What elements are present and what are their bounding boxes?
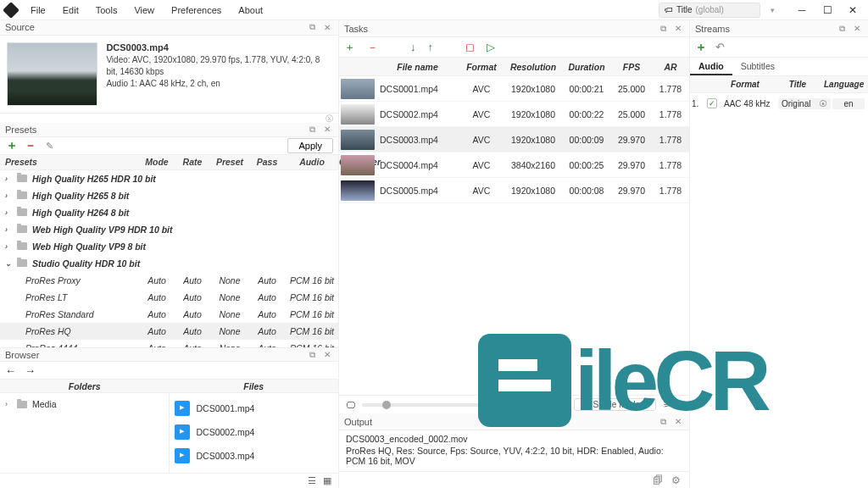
minimize-button[interactable]: ─ bbox=[792, 4, 812, 16]
col-preset-name: Presets bbox=[0, 157, 139, 167]
popout-icon[interactable]: ⧉ bbox=[306, 350, 318, 360]
popout-icon[interactable]: ⧉ bbox=[657, 417, 669, 427]
folder-name: Media bbox=[32, 399, 57, 409]
stream-language[interactable]: en bbox=[832, 98, 865, 109]
tag-icon: 🏷 bbox=[665, 6, 673, 14]
stream-checkbox[interactable]: ✓ bbox=[707, 98, 717, 108]
preset-row[interactable]: ProRes StandardAutoAutoNoneAutoPCM 16 bi… bbox=[0, 306, 338, 323]
preset-name: ProRes LT bbox=[0, 292, 139, 302]
maximize-button[interactable]: ☐ bbox=[817, 4, 837, 16]
col-fps: FPS bbox=[611, 62, 652, 72]
filter-icon[interactable]: ⚞ bbox=[663, 400, 670, 409]
close-panel-icon[interactable]: ✕ bbox=[321, 125, 333, 134]
menu-preferences[interactable]: Preferences bbox=[168, 3, 225, 17]
timeline-track[interactable] bbox=[362, 403, 567, 407]
preset-row[interactable]: ProRes LTAutoAutoNoneAutoPCM 16 bitMOV bbox=[0, 289, 338, 306]
streams-column-header: Format Title Language bbox=[690, 76, 868, 93]
file-row[interactable]: DCS0001.mp4 bbox=[175, 396, 334, 420]
remove-preset-button[interactable]: － bbox=[24, 139, 37, 152]
col-audio: Audio bbox=[285, 157, 339, 167]
app-logo-icon bbox=[3, 2, 19, 19]
menu-about[interactable]: About bbox=[235, 3, 266, 17]
add-preset-button[interactable]: ＋ bbox=[5, 139, 19, 152]
play-button[interactable]: ▷ bbox=[487, 41, 495, 53]
menu-tools[interactable]: Tools bbox=[92, 3, 121, 17]
close-panel-icon[interactable]: ✕ bbox=[672, 417, 684, 426]
preset-row[interactable]: ProRes ProxyAutoAutoNoneAutoPCM 16 bitMO… bbox=[0, 272, 338, 289]
stream-title-combo[interactable]: Original⦿ bbox=[778, 98, 831, 109]
preset-folder[interactable]: ›Web High Quality VP9 8 bit bbox=[0, 238, 338, 255]
task-row[interactable]: DCS0001.mp4AVC1920x108000:00:2125.0001.7… bbox=[339, 76, 689, 102]
add-stream-button[interactable]: ＋ bbox=[695, 40, 707, 55]
list-view-icon[interactable]: ☰ bbox=[308, 475, 316, 486]
preset-row[interactable]: ProRes 4444AutoAutoNoneAutoPCM 16 bitMOV bbox=[0, 340, 338, 347]
forward-button[interactable]: → bbox=[25, 364, 36, 377]
folder-icon bbox=[17, 401, 27, 408]
remove-task-button[interactable]: － bbox=[367, 40, 378, 55]
preset-folder-name: High Quality H265 8 bit bbox=[32, 191, 129, 201]
output-panel-title: Output bbox=[344, 417, 654, 427]
task-row[interactable]: DCS0005.mp4AVC1920x108000:00:0829.9701.7… bbox=[339, 178, 689, 203]
close-panel-icon[interactable]: ✕ bbox=[321, 23, 333, 32]
stop-button[interactable]: ◻ bbox=[465, 41, 475, 53]
preset-folder[interactable]: ›High Quality H265 8 bit bbox=[0, 187, 338, 204]
preset-folder[interactable]: ›Web High Quality VP9 HDR 10 bit bbox=[0, 221, 338, 238]
move-up-button[interactable]: ↑ bbox=[428, 41, 434, 53]
streams-panel-title: Streams bbox=[695, 24, 832, 34]
list-icon[interactable]: ≡ bbox=[677, 400, 682, 409]
edit-preset-button[interactable]: ✎ bbox=[42, 139, 56, 152]
task-row[interactable]: DCS0003.mp4AVC1920x108000:00:0929.9701.7… bbox=[339, 127, 689, 152]
task-row[interactable]: DCS0004.mp4AVC3840x216000:00:2529.9701.7… bbox=[339, 152, 689, 178]
browser-panel-header: Browser ⧉ ✕ bbox=[0, 347, 338, 363]
preset-folder[interactable]: ⌄Studio Quality HDR 10 bit bbox=[0, 255, 338, 272]
file-row[interactable]: DCS0003.mp4 bbox=[175, 444, 334, 468]
stream-row[interactable]: 1. ✓ AAC 48 kHz Original⦿ en bbox=[690, 93, 868, 114]
move-down-button[interactable]: ↓ bbox=[410, 41, 416, 53]
file-name: DCS0002.mp4 bbox=[197, 427, 255, 437]
file-name: DCS0001.mp4 bbox=[197, 403, 255, 413]
grid-view-icon[interactable]: ▦ bbox=[323, 475, 331, 486]
output-panel-header: Output ⧉ ✕ bbox=[339, 413, 689, 430]
popout-icon[interactable]: ⧉ bbox=[306, 125, 318, 135]
video-file-icon bbox=[175, 401, 190, 416]
streams-tabs: Audio Subtitles bbox=[690, 58, 868, 76]
browser-folders: › Media bbox=[0, 393, 170, 473]
popout-icon[interactable]: ⧉ bbox=[306, 22, 318, 32]
undo-button[interactable]: ↶ bbox=[715, 41, 725, 53]
close-button[interactable]: ✕ bbox=[843, 4, 863, 16]
preset-folder-name: Web High Quality VP9 8 bit bbox=[32, 241, 146, 252]
close-panel-icon[interactable]: ✕ bbox=[321, 350, 333, 359]
log-icon[interactable]: 🗐 bbox=[653, 474, 663, 486]
menu-file[interactable]: File bbox=[27, 3, 49, 17]
monitor-icon[interactable]: 🖵 bbox=[346, 400, 355, 410]
popout-icon[interactable]: ⧉ bbox=[836, 24, 848, 34]
task-filename: DCS0002.mp4 bbox=[376, 109, 459, 119]
close-source-icon[interactable]: ⓧ bbox=[326, 114, 333, 123]
timeline-knob[interactable] bbox=[382, 401, 391, 409]
add-task-button[interactable]: ＋ bbox=[344, 40, 355, 55]
back-button[interactable]: ← bbox=[5, 364, 16, 377]
link-icon: 🔗 bbox=[580, 400, 590, 409]
preset-folder[interactable]: ›High Quality H264 8 bit bbox=[0, 204, 338, 221]
folder-row[interactable]: › Media bbox=[5, 396, 164, 412]
col-rate: Rate bbox=[175, 157, 210, 167]
settings-icon[interactable]: ⚙ bbox=[671, 474, 681, 486]
title-search[interactable]: 🏷 Title (global) bbox=[659, 3, 760, 18]
file-row[interactable]: DCS0002.mp4 bbox=[175, 420, 334, 444]
close-panel-icon[interactable]: ✕ bbox=[672, 24, 684, 33]
preset-folder[interactable]: ›High Quality H265 HDR 10 bit bbox=[0, 170, 338, 187]
title-search-scope: (global) bbox=[696, 5, 724, 14]
mode-selector[interactable]: 🔗 Single Mode ⌄ bbox=[574, 398, 657, 411]
task-row[interactable]: DCS0002.mp4AVC1920x108000:00:2225.0001.7… bbox=[339, 102, 689, 127]
popout-icon[interactable]: ⧉ bbox=[657, 24, 669, 34]
menu-edit[interactable]: Edit bbox=[59, 3, 82, 17]
apply-button[interactable]: Apply bbox=[287, 138, 333, 153]
tab-subtitles[interactable]: Subtitles bbox=[732, 58, 783, 75]
title-search-dropdown-icon[interactable]: ▾ bbox=[771, 6, 775, 14]
close-panel-icon[interactable]: ✕ bbox=[851, 24, 863, 33]
tab-audio[interactable]: Audio bbox=[690, 58, 732, 75]
tasks-panel-header: Tasks ⧉ ✕ bbox=[339, 20, 689, 37]
menu-view[interactable]: View bbox=[131, 3, 158, 17]
col-mode: Mode bbox=[139, 157, 175, 167]
preset-row[interactable]: ProRes HQAutoAutoNoneAutoPCM 16 bitMOV bbox=[0, 323, 338, 340]
